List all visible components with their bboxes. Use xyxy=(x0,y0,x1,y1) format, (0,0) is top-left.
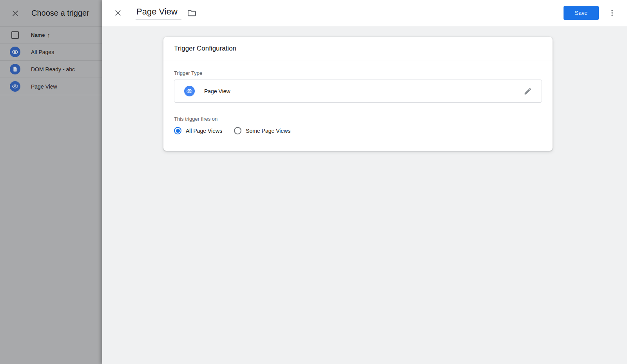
column-header-name[interactable]: Name ↑ xyxy=(31,32,50,38)
trigger-editor-panel: Page View Save Trigger Configuration Tri… xyxy=(102,0,627,364)
trigger-list-header: Name ↑ xyxy=(0,27,102,43)
eye-icon xyxy=(10,81,20,92)
radio-some-page-views[interactable]: Some Page Views xyxy=(234,127,290,134)
card-title: Trigger Configuration xyxy=(163,37,553,60)
card-body: Trigger Type Page View This trigger fire… xyxy=(163,60,553,151)
trigger-picker-header: Choose a trigger xyxy=(0,0,102,27)
trigger-type-selector[interactable]: Page View xyxy=(174,80,542,103)
edit-icon[interactable] xyxy=(524,87,532,96)
trigger-name: All Pages xyxy=(31,49,54,55)
fires-on-options: All Page Views Some Page Views xyxy=(174,127,542,134)
close-icon[interactable] xyxy=(114,9,122,17)
editor-content: Trigger Configuration Trigger Type Page … xyxy=(102,26,627,364)
eye-icon xyxy=(10,47,20,57)
eye-icon xyxy=(184,86,195,96)
trigger-picker-panel: Choose a trigger Name ↑ All Pages DOM Re… xyxy=(0,0,102,364)
trigger-type-value: Page View xyxy=(204,88,230,94)
trigger-title-field[interactable]: Page View xyxy=(136,7,181,20)
radio-all-page-views[interactable]: All Page Views xyxy=(174,127,222,134)
trigger-name: DOM Ready - abc xyxy=(31,66,75,72)
trigger-configuration-card: Trigger Configuration Trigger Type Page … xyxy=(163,37,553,151)
document-icon xyxy=(10,64,20,74)
more-options-icon[interactable] xyxy=(607,6,617,20)
close-icon[interactable] xyxy=(11,9,20,18)
gtm-trigger-editor-screen: Choose a trigger Name ↑ All Pages DOM Re… xyxy=(0,0,627,364)
folder-icon[interactable] xyxy=(187,8,197,18)
trigger-row-page-view[interactable]: Page View xyxy=(0,78,102,95)
fires-on-label: This trigger fires on xyxy=(174,116,542,122)
trigger-type-label: Trigger Type xyxy=(174,70,542,76)
panel-title: Choose a trigger xyxy=(31,9,89,18)
sort-ascending-icon: ↑ xyxy=(47,32,50,38)
trigger-name: Page View xyxy=(31,83,57,90)
radio-unselected-icon xyxy=(234,127,241,134)
trigger-row-all-pages[interactable]: All Pages xyxy=(0,43,102,61)
radio-selected-icon xyxy=(174,127,181,134)
save-button[interactable]: Save xyxy=(564,6,599,20)
editor-header: Page View Save xyxy=(102,0,627,26)
select-all-checkbox[interactable] xyxy=(11,31,19,39)
trigger-row-dom-ready[interactable]: DOM Ready - abc xyxy=(0,61,102,78)
